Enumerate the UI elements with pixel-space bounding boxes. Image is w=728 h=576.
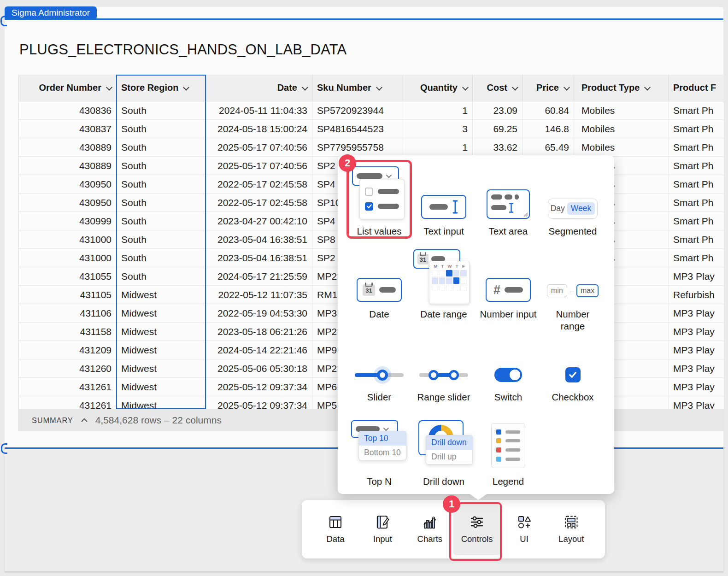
control-type-number-range[interactable]: min – max Number range	[540, 237, 605, 334]
toolbar-item-layout[interactable]: Layout	[548, 500, 595, 558]
cell-order-number[interactable]: 431106	[19, 304, 117, 322]
cell-product-family[interactable]: Refurbish	[669, 286, 724, 304]
cell-store-region[interactable]: South	[117, 157, 206, 175]
cell-store-region[interactable]: Midwest	[117, 323, 206, 341]
cell-product-family[interactable]: MP3 Play	[669, 378, 724, 396]
cell-store-region[interactable]: South	[117, 267, 206, 285]
cell-price[interactable]: 146.8	[523, 120, 574, 138]
cell-store-region[interactable]: South	[117, 249, 206, 267]
cell-date[interactable]: 2023-05-04 16:38:51	[206, 249, 312, 267]
cell-order-number[interactable]: 431261	[19, 378, 117, 396]
cell-store-region[interactable]: South	[117, 120, 206, 138]
control-type-number-input[interactable]: # Number input	[476, 237, 540, 334]
cell-store-region[interactable]: South	[117, 212, 206, 230]
column-header-date[interactable]: Date	[206, 75, 312, 101]
cell-sku-number[interactable]: SP5720923944	[312, 101, 402, 119]
cell-cost[interactable]: 33.62	[473, 138, 523, 156]
control-type-date-range[interactable]: 31 MTWTF Date range	[411, 237, 476, 334]
toolbar-item-ui[interactable]: UI	[501, 500, 548, 558]
control-type-text-input[interactable]: Text input	[411, 161, 476, 237]
control-type-text-area[interactable]: Text area	[476, 161, 540, 237]
cell-product-family[interactable]: MP3 Play	[669, 359, 724, 377]
cell-date[interactable]: 2025-05-17 07:40:56	[206, 157, 312, 175]
cell-cost[interactable]: 69.25	[473, 120, 523, 138]
chevron-up-icon[interactable]	[81, 418, 88, 423]
cell-order-number[interactable]: 430999	[19, 212, 117, 230]
cell-store-region[interactable]: South	[117, 175, 206, 193]
cell-product-family[interactable]: Smart Ph	[669, 230, 724, 248]
cell-order-number[interactable]: 430836	[19, 101, 117, 119]
cell-date[interactable]: 2022-05-17 02:45:58	[206, 175, 312, 193]
selection-handle-top[interactable]	[0, 16, 7, 26]
cell-order-number[interactable]: 431055	[19, 267, 117, 285]
column-header-cost[interactable]: Cost	[473, 75, 523, 101]
control-type-segmented[interactable]: Day Week Segmented	[540, 161, 605, 237]
cell-product-family[interactable]: Smart Ph	[669, 249, 724, 267]
cell-store-region[interactable]: South	[117, 101, 206, 119]
workbook-tab[interactable]: Sigma Administrator	[5, 6, 97, 19]
column-header-store-region[interactable]: Store Region	[117, 75, 206, 101]
cell-order-number[interactable]: 431105	[19, 286, 117, 304]
chevron-down-icon[interactable]	[644, 84, 651, 90]
cell-product-family[interactable]: Smart Ph	[669, 101, 724, 119]
cell-product-family[interactable]: MP3 Play	[669, 304, 724, 322]
column-header-price[interactable]: Price	[523, 75, 574, 101]
cell-order-number[interactable]: 430950	[19, 194, 117, 212]
column-header-order-number[interactable]: Order Number	[19, 75, 117, 101]
cell-product-family[interactable]: MP3 Play	[669, 323, 724, 341]
cell-product-type[interactable]: Mobiles	[574, 120, 669, 138]
cell-quantity[interactable]: 3	[402, 120, 473, 138]
selection-handle-bottom[interactable]	[1, 443, 7, 454]
control-type-switch[interactable]: Switch	[476, 334, 540, 403]
toolbar-item-input[interactable]: Input	[359, 500, 406, 558]
cell-date[interactable]: 2024-05-18 15:00:24	[206, 120, 312, 138]
cell-store-region[interactable]: Midwest	[117, 359, 206, 377]
cell-order-number[interactable]: 431209	[19, 341, 117, 359]
chevron-down-icon[interactable]	[376, 84, 382, 90]
cell-product-family[interactable]: Smart Ph	[669, 120, 724, 138]
control-type-date[interactable]: 31 Date	[347, 237, 411, 334]
cell-cost[interactable]: 23.09	[473, 101, 523, 119]
control-type-checkbox[interactable]: Checkbox	[540, 334, 605, 403]
chevron-down-icon[interactable]	[462, 84, 469, 90]
cell-price[interactable]: 65.49	[523, 138, 574, 156]
cell-order-number[interactable]: 431000	[19, 230, 117, 248]
control-type-range-slider[interactable]: Range slider	[411, 334, 476, 403]
cell-product-family[interactable]: Smart Ph	[669, 157, 724, 175]
cell-order-number[interactable]: 430837	[19, 120, 117, 138]
control-type-slider[interactable]: Slider	[347, 334, 411, 403]
cell-sku-number[interactable]: SP7795955758	[312, 138, 402, 156]
cell-date[interactable]: 2022-05-17 02:45:58	[206, 194, 312, 212]
cell-date[interactable]: 2024-05-17 21:25:59	[206, 267, 312, 285]
column-header-product-type[interactable]: Product Type	[574, 75, 669, 101]
cell-store-region[interactable]: South	[117, 138, 206, 156]
cell-price[interactable]: 60.84	[523, 101, 574, 119]
cell-date[interactable]: 2022-05-12 11:07:35	[206, 286, 312, 304]
cell-store-region[interactable]: Midwest	[117, 378, 206, 396]
cell-product-type[interactable]: Mobiles	[574, 101, 669, 119]
cell-quantity[interactable]: 1	[402, 138, 473, 156]
cell-date[interactable]: 2025-05-12 09:37:34	[206, 378, 312, 396]
column-header-quantity[interactable]: Quantity	[402, 75, 473, 101]
cell-date[interactable]: 2024-05-14 22:21:46	[206, 341, 312, 359]
toolbar-item-controls[interactable]: Controls	[453, 503, 500, 555]
cell-date[interactable]: 2025-05-17 07:40:56	[206, 138, 312, 156]
cell-product-family[interactable]: MP3 Play	[669, 267, 724, 285]
cell-product-family[interactable]: Smart Ph	[669, 138, 724, 156]
cell-date[interactable]: 2022-05-19 04:53:30	[206, 304, 312, 322]
cell-date[interactable]: 2023-05-04 16:38:51	[206, 230, 312, 248]
cell-quantity[interactable]: 1	[402, 101, 473, 119]
cell-product-family[interactable]: Smart Ph	[669, 175, 724, 193]
cell-date[interactable]: 2023-05-18 06:21:26	[206, 323, 312, 341]
cell-product-family[interactable]: Smart Ph	[669, 194, 724, 212]
cell-date[interactable]: 2023-04-27 00:42:10	[206, 212, 312, 230]
control-type-top-n[interactable]: Top 10 Bottom 10 Top N	[347, 403, 411, 488]
cell-order-number[interactable]: 430889	[19, 157, 117, 175]
cell-store-region[interactable]: South	[117, 230, 206, 248]
column-header-sku-number[interactable]: Sku Number	[312, 75, 402, 101]
cell-date[interactable]: 2024-05-11 11:04:33	[206, 101, 312, 119]
cell-store-region[interactable]: South	[117, 194, 206, 212]
chevron-down-icon[interactable]	[512, 84, 518, 90]
control-type-list-values[interactable]: List values	[347, 161, 411, 237]
cell-order-number[interactable]: 431158	[19, 323, 117, 341]
